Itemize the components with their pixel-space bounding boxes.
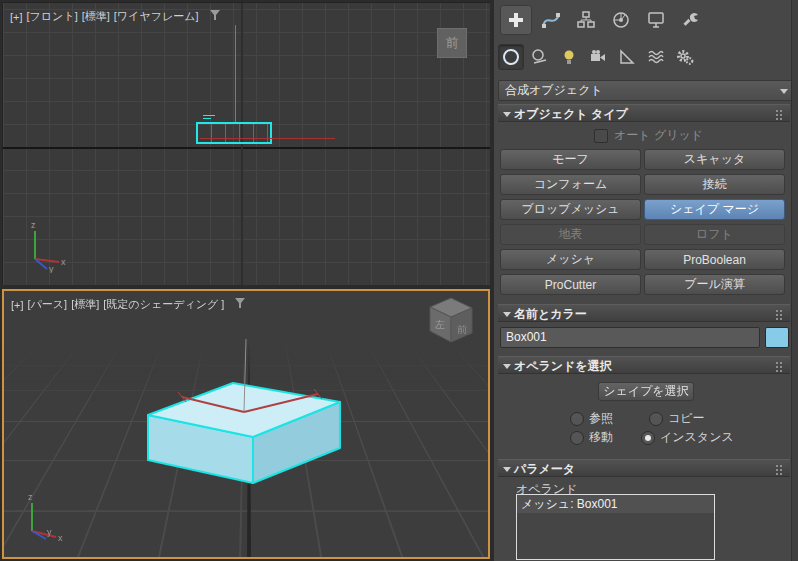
button-mesher[interactable]: メッシャ — [500, 249, 641, 270]
pick-shape-button[interactable]: シェイプを選択 — [598, 382, 694, 401]
box-wireframe[interactable] — [196, 122, 272, 144]
viewcube[interactable]: 前 — [437, 28, 467, 58]
object-name-input[interactable]: Box001 — [500, 327, 760, 348]
viewcube[interactable]: 左 前 — [424, 295, 478, 347]
rollout-arrow-icon — [503, 312, 511, 317]
helpers-icon — [618, 48, 636, 66]
viewport-menu-shading[interactable]: [ワイヤフレーム] — [114, 9, 199, 24]
category-helpers[interactable] — [614, 44, 640, 70]
viewcube-front-label: 前 — [457, 324, 467, 335]
panel-scrollbar[interactable] — [791, 0, 798, 561]
button-terrain: 地表 — [500, 224, 641, 245]
button-connect[interactable]: 接続 — [644, 174, 785, 195]
rollout-pick-operand[interactable]: オペランドを選択 — [498, 356, 790, 374]
tab-hierarchy[interactable] — [570, 5, 602, 35]
radio-dot-icon — [570, 412, 584, 426]
svg-text:y: y — [47, 527, 52, 537]
object-category-dropdown[interactable]: 合成オブジェクト — [498, 80, 796, 101]
tab-display[interactable] — [640, 5, 672, 35]
front-z-axis-line — [235, 25, 236, 123]
radio-label: インスタンス — [660, 429, 734, 446]
chevron-down-icon — [780, 89, 788, 94]
radio-reference[interactable]: 参照 — [570, 410, 613, 427]
button-loft: ロフト — [644, 224, 785, 245]
rollout-title: オブジェクト タイプ — [514, 107, 628, 121]
button-boolean[interactable]: ブール演算 — [644, 274, 785, 295]
front-grid-y-axis — [241, 3, 243, 286]
svg-text:z: z — [28, 492, 33, 502]
3dsmax-window: [+] [フロント] [標準] [ワイヤフレーム] 前 z x y — [0, 0, 798, 561]
viewport-menu-shading[interactable]: [既定のシェーディング ] — [103, 297, 224, 312]
button-procutter[interactable]: ProCutter — [500, 274, 641, 295]
radio-dot-icon — [649, 412, 663, 426]
box-shaded[interactable] — [4, 291, 488, 557]
autogrid-checkbox[interactable] — [594, 129, 608, 143]
rollout-object-type[interactable]: オブジェクト タイプ — [498, 104, 790, 122]
category-space-warps[interactable] — [643, 44, 669, 70]
modify-icon — [541, 11, 561, 29]
viewcube-front-label[interactable]: 前 — [446, 34, 459, 52]
lights-icon — [560, 48, 578, 66]
rollout-grip-icon[interactable] — [776, 110, 778, 112]
viewport-splitter-horizontal[interactable] — [0, 285, 490, 289]
button-scatter[interactable]: スキャッタ — [644, 149, 785, 170]
operands-listbox[interactable]: メッシュ: Box001 — [516, 494, 715, 560]
category-lights[interactable] — [556, 44, 582, 70]
radio-copy[interactable]: コピー — [649, 410, 705, 427]
tab-motion[interactable] — [605, 5, 637, 35]
svg-text:x: x — [58, 533, 63, 543]
viewport-menu-view[interactable]: [パース] — [28, 297, 68, 312]
object-color-swatch[interactable] — [765, 327, 789, 348]
tab-modify[interactable] — [535, 5, 567, 35]
radio-instance[interactable]: インスタンス — [641, 429, 734, 446]
viewcube-left-label: 左 — [435, 319, 445, 330]
viewport-front[interactable]: [+] [フロント] [標準] [ワイヤフレーム] 前 z x y — [2, 2, 492, 287]
category-systems[interactable] — [672, 44, 698, 70]
rollout-grip-icon[interactable] — [776, 465, 778, 467]
list-item[interactable]: メッシュ: Box001 — [517, 495, 714, 513]
tab-utilities[interactable] — [675, 5, 707, 35]
button-morph[interactable]: モーフ — [500, 149, 641, 170]
radio-label: コピー — [668, 410, 705, 427]
button-shapemerge[interactable]: シェイプ マージ — [644, 199, 785, 220]
tab-create[interactable] — [500, 5, 532, 35]
create-icon — [507, 11, 525, 29]
radio-move[interactable]: 移動 — [570, 429, 613, 446]
viewport-menu-view[interactable]: [フロント] — [27, 9, 78, 24]
rollout-arrow-icon — [503, 112, 511, 117]
rollout-grip-icon[interactable] — [776, 310, 778, 312]
radio-label: 移動 — [589, 429, 613, 446]
hierarchy-icon — [577, 11, 595, 29]
viewport-menu-plus[interactable]: [+] — [11, 299, 24, 311]
button-conform[interactable]: コンフォーム — [500, 174, 641, 195]
viewport-perspective[interactable]: 左 前 [+] [パース] [標準] [既定のシェーディング ] z x y — [2, 289, 490, 559]
viewport-menu-standard[interactable]: [標準] — [82, 9, 110, 24]
box-wireframe-tick — [203, 115, 215, 116]
rollout-grip-icon[interactable] — [776, 362, 778, 364]
category-cameras[interactable] — [585, 44, 611, 70]
rollout-parameters[interactable]: パラメータ — [498, 459, 790, 477]
axis-tripod-icon: z x y — [17, 219, 67, 273]
filter-funnel-icon[interactable] — [234, 298, 246, 311]
front-grid-x-axis — [3, 147, 491, 149]
clone-method-row2: 移動 インスタンス — [570, 429, 734, 446]
svg-text:z: z — [31, 220, 36, 230]
systems-icon — [676, 48, 694, 66]
panel-categories — [498, 44, 698, 70]
cameras-icon — [589, 48, 607, 66]
button-proboolean[interactable]: ProBoolean — [644, 249, 785, 270]
svg-text:x: x — [61, 257, 66, 267]
filter-funnel-icon[interactable] — [209, 10, 221, 23]
category-geometry[interactable] — [498, 44, 524, 70]
rollout-name-color[interactable]: 名前とカラー — [498, 304, 790, 322]
x-axis-red-line — [200, 138, 335, 139]
display-icon — [647, 11, 665, 29]
category-shapes[interactable] — [527, 44, 553, 70]
button-blobmesh[interactable]: ブロッブメッシュ — [500, 199, 641, 220]
viewport-front-menu: [+] [フロント] [標準] [ワイヤフレーム] — [10, 9, 221, 24]
panel-tabs — [500, 5, 707, 35]
utilities-icon — [682, 11, 700, 29]
radio-label: 参照 — [589, 410, 613, 427]
viewport-menu-standard[interactable]: [標準] — [71, 297, 99, 312]
viewport-menu-plus[interactable]: [+] — [10, 11, 23, 23]
